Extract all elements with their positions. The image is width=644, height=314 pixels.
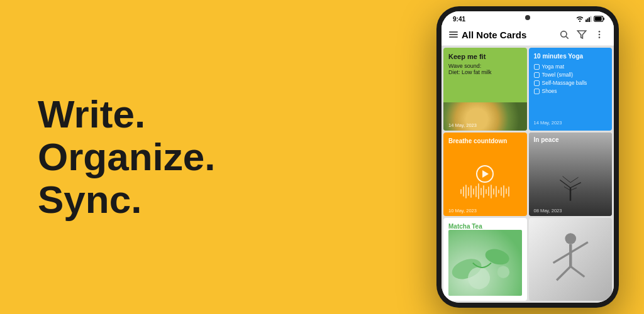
card-title-yoga: 10 minutes Yoga <box>534 53 608 60</box>
svg-point-0 <box>579 21 580 22</box>
card-date-breathe: 10 May, 2023 <box>448 208 477 214</box>
checkbox-1 <box>534 64 540 70</box>
card-date-yoga: 14 May, 2023 <box>534 117 608 126</box>
svg-point-24 <box>468 267 490 289</box>
svg-line-16 <box>570 182 581 187</box>
signal-icon <box>586 16 592 22</box>
card-date-keep-me-fit: 14 May, 2023 <box>448 122 477 128</box>
phone-screen: 9:41 <box>441 11 614 303</box>
svg-rect-4 <box>591 16 592 22</box>
phone: 9:41 <box>436 6 619 308</box>
play-icon <box>482 170 489 178</box>
svg-line-27 <box>553 252 570 263</box>
card-photo-bg <box>529 133 613 215</box>
card-matcha[interactable]: Matcha Tea <box>443 218 527 301</box>
svg-rect-7 <box>595 17 602 21</box>
card-title-in-peace: In peace <box>534 136 559 143</box>
checklist-label-4: Shoes <box>542 88 557 94</box>
search-button[interactable] <box>557 28 571 41</box>
svg-point-12 <box>599 34 601 36</box>
svg-line-9 <box>566 36 569 39</box>
more-options-button[interactable] <box>592 28 606 41</box>
checklist-item-3: Self-Massage balls <box>534 80 608 86</box>
checklist-item-1: Yoga mat <box>534 63 608 70</box>
tagline-line3: Sync. <box>38 178 436 221</box>
card-breathe[interactable]: Breathe countdown <box>443 133 527 215</box>
checklist-label-1: Yoga mat <box>542 63 565 70</box>
status-icons <box>576 15 605 23</box>
svg-point-8 <box>561 31 567 37</box>
svg-line-30 <box>570 266 584 277</box>
play-button[interactable] <box>476 165 494 183</box>
yoga-visual <box>529 218 613 301</box>
wave-bar <box>460 189 462 194</box>
phone-camera <box>525 15 530 20</box>
wifi-icon <box>576 15 584 23</box>
checklist-item-2: Towel (small) <box>534 72 608 78</box>
svg-rect-6 <box>603 18 604 20</box>
search-icon <box>559 30 569 40</box>
checklist-item-4: Shoes <box>534 88 608 94</box>
filter-button[interactable] <box>575 28 589 41</box>
svg-point-23 <box>497 266 509 278</box>
svg-rect-1 <box>586 19 587 22</box>
waveform <box>443 182 527 201</box>
svg-line-29 <box>557 266 570 280</box>
phone-wrapper: 9:41 <box>436 6 644 308</box>
svg-line-17 <box>562 176 570 182</box>
svg-line-18 <box>570 177 579 182</box>
matcha-visual <box>448 230 522 296</box>
matcha-decoration <box>448 230 522 296</box>
card-yoga[interactable]: 10 minutes Yoga Yoga mat Towel (small) S… <box>529 48 613 131</box>
filter-icon <box>577 30 587 40</box>
card-keep-me-fit[interactable]: Keep me fit Wave sound: Diet: Low fat mi… <box>443 48 527 131</box>
checkbox-3 <box>534 80 540 86</box>
svg-rect-2 <box>587 18 589 22</box>
menu-button[interactable] <box>449 31 458 38</box>
card-text-diet: Diet: Low fat milk <box>448 69 522 75</box>
checklist-label-2: Towel (small) <box>542 72 574 78</box>
svg-rect-3 <box>589 18 590 23</box>
app-bar-title: All Note Cards <box>462 30 553 40</box>
card-title-matcha: Matcha Tea <box>448 223 522 230</box>
svg-point-25 <box>565 233 576 244</box>
card-yoga-photo[interactable] <box>529 218 613 301</box>
left-content: Write. Organize. Sync. <box>0 93 436 222</box>
battery-icon <box>594 16 605 22</box>
svg-line-28 <box>570 242 588 252</box>
card-title-breathe: Breathe countdown <box>448 138 522 144</box>
yoga-figure <box>529 218 613 301</box>
tree-silhouette <box>552 172 589 203</box>
tagline-line2: Organize. <box>38 136 436 178</box>
card-date-in-peace: 08 May, 2023 <box>534 208 562 214</box>
app-bar: All Note Cards <box>441 24 614 46</box>
svg-marker-10 <box>577 31 586 38</box>
card-title-keep-me-fit: Keep me fit <box>448 53 522 60</box>
card-text-wave: Wave sound: <box>448 63 522 69</box>
svg-point-13 <box>599 36 601 38</box>
checkbox-4 <box>534 89 540 94</box>
checklist-label-3: Self-Massage balls <box>542 80 587 86</box>
more-options-icon <box>594 30 604 40</box>
tagline: Write. Organize. Sync. <box>38 93 436 222</box>
card-in-peace[interactable]: In peace 08 May, 2023 <box>529 133 613 215</box>
svg-point-22 <box>484 246 511 267</box>
checkbox-2 <box>534 72 540 78</box>
tagline-line1: Write. <box>38 93 436 136</box>
svg-point-11 <box>599 31 601 33</box>
svg-line-20 <box>570 188 577 190</box>
status-time: 9:41 <box>453 16 465 23</box>
cards-grid: Keep me fit Wave sound: Diet: Low fat mi… <box>441 46 614 303</box>
